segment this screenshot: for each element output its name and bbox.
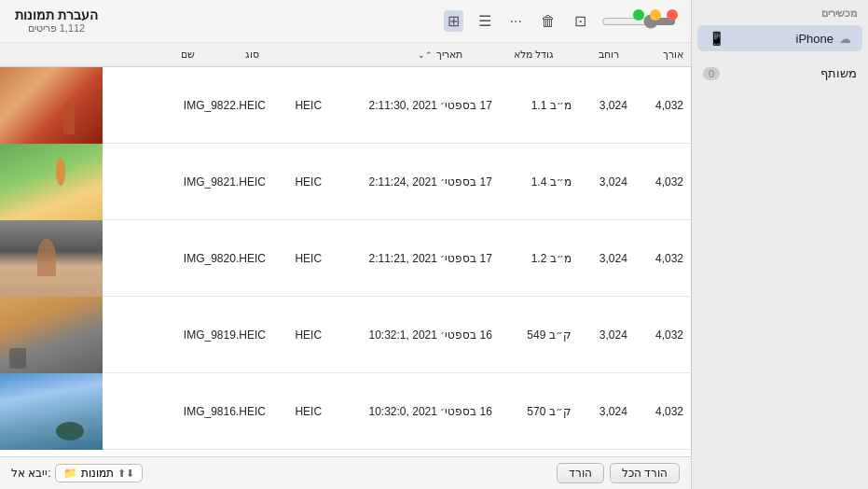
sidebar: מכשירים ☁ iPhone 📱 משותף 0 <box>691 0 868 489</box>
cell-size: מ״ב 1.2 <box>500 252 579 265</box>
photo-thumbnail <box>0 220 103 297</box>
col-header-name[interactable]: שם <box>0 47 202 63</box>
folder-icon: 📁 <box>63 467 77 480</box>
list-view-button[interactable]: ☰ <box>475 10 495 32</box>
col-header-size[interactable]: גודל מלא <box>470 47 562 63</box>
import-buttons: הורד הכל הורד <box>557 463 680 483</box>
cell-name: IMG_9821.HEIC <box>103 175 273 189</box>
shared-count-badge: 0 <box>703 67 720 80</box>
chevron-updown-icon: ⬆⬇ <box>117 468 134 480</box>
cell-date: 16 בספטי׳ 2021 ,10:32:1 <box>329 328 500 342</box>
photo-table: 4,032 3,024 מ״ב 1.1 17 בספטי׳ 2021 ,2:11… <box>0 67 691 456</box>
close-button[interactable] <box>667 9 678 21</box>
cell-type: HEIC <box>273 99 329 112</box>
cell-size: מ״ב 1.1 <box>500 99 579 112</box>
cell-name: IMG_9820.HEIC <box>103 252 273 265</box>
sidebar-item-iphone-left: ☁ iPhone <box>796 32 851 46</box>
grid-view-button[interactable]: ⊞ <box>444 10 463 32</box>
sidebar-item-iphone[interactable]: ☁ iPhone 📱 <box>697 25 862 51</box>
cell-size: ק״ב 570 <box>500 405 579 418</box>
import-button[interactable]: הורד <box>557 463 604 483</box>
col-header-type[interactable]: סוג <box>202 47 267 63</box>
sort-arrow-icon: ⌃⌄ <box>418 50 433 60</box>
toolbar: ⊡ 🗑 ··· ☰ ⊞ העברת תמונות 1,112 פריטים <box>0 0 691 43</box>
destination-value: תמונות <box>81 467 114 480</box>
photo-thumbnail <box>0 297 103 373</box>
cell-size: ק״ב 549 <box>500 328 579 342</box>
col-header-date[interactable]: תאריך ⌃⌄ <box>267 47 469 63</box>
cell-width: 3,024 <box>579 99 635 112</box>
cell-date: 17 בספטי׳ 2021 ,2:11:30 <box>329 99 500 112</box>
table-row[interactable]: 4,032 3,024 מ״ב 1.2 17 בספטי׳ 2021 ,2:11… <box>0 220 691 297</box>
cell-date: 17 בספטי׳ 2021 ,2:11:24 <box>329 175 500 189</box>
sidebar-item-shared[interactable]: משותף 0 <box>692 61 868 86</box>
cell-height: 4,032 <box>635 99 691 112</box>
import-all-button[interactable]: הורד הכל <box>610 463 680 483</box>
cell-width: 3,024 <box>579 175 635 189</box>
delete-button[interactable]: 🗑 <box>537 11 559 32</box>
photo-thumbnail <box>0 144 103 220</box>
cell-height: 4,032 <box>635 175 691 189</box>
window-controls <box>633 9 678 21</box>
cell-date: 16 בספטי׳ 2021 ,10:32:0 <box>329 405 500 418</box>
cell-name: IMG_9816.HEIC <box>103 405 273 418</box>
cell-width: 3,024 <box>579 328 635 342</box>
shared-label: משותף <box>820 66 857 80</box>
destination-select[interactable]: 📁 תמונות ⬆⬇ <box>55 464 143 482</box>
cell-name: IMG_9819.HEIC <box>103 328 273 342</box>
column-headers: אורך רוחב גודל מלא תאריך ⌃⌄ סוג שם <box>0 43 691 67</box>
table-row[interactable]: 4,032 3,024 ק״ב 549 16 בספטי׳ 2021 ,10:3… <box>0 297 691 373</box>
cell-type: HEIC <box>273 405 329 418</box>
cell-date: 17 בספטי׳ 2021 ,2:11:21 <box>329 252 500 265</box>
cell-type: HEIC <box>273 175 329 189</box>
window-subtitle: 1,112 פריטים <box>15 22 98 35</box>
cell-type: HEIC <box>273 328 329 342</box>
col-header-height[interactable]: אורך <box>627 47 691 63</box>
sidebar-section-shared: משותף 0 <box>692 61 868 86</box>
sidebar-section-label: מכשירים <box>692 0 868 23</box>
cell-name: IMG_9822.HEIC <box>103 99 273 112</box>
iphone-device-icon: 📱 <box>709 31 724 46</box>
cell-width: 3,024 <box>579 405 635 418</box>
bottom-bar: הורד הכל הורד ייבא אל: 📁 תמונות ⬆⬇ <box>0 456 691 489</box>
cell-width: 3,024 <box>579 252 635 265</box>
maximize-button[interactable] <box>633 9 644 21</box>
iphone-label: iPhone <box>796 32 834 46</box>
destination-label: ייבא אל: <box>11 467 51 480</box>
table-row[interactable]: 4,032 3,024 ק״ב 570 16 בספטי׳ 2021 ,10:3… <box>0 373 691 450</box>
cell-type: HEIC <box>273 252 329 265</box>
minimize-button[interactable] <box>650 9 661 21</box>
table-row[interactable]: 4,032 3,024 מ״ב 1.4 17 בספטי׳ 2021 ,2:11… <box>0 144 691 220</box>
destination-box: ייבא אל: 📁 תמונות ⬆⬇ <box>11 464 143 482</box>
cell-height: 4,032 <box>635 405 691 418</box>
cell-height: 4,032 <box>635 328 691 342</box>
copy-button[interactable]: ⊡ <box>571 10 590 32</box>
main-content: ⊡ 🗑 ··· ☰ ⊞ העברת תמונות 1,112 פריטים או… <box>0 0 691 489</box>
photo-thumbnail <box>0 67 103 144</box>
destination-area: ייבא אל: 📁 תמונות ⬆⬇ <box>11 464 143 482</box>
window-title: העברת תמונות <box>15 7 98 22</box>
col-header-width[interactable]: רוחב <box>562 47 627 63</box>
cell-size: מ״ב 1.4 <box>500 175 579 189</box>
toolbar-title: העברת תמונות 1,112 פריטים <box>15 7 98 35</box>
more-button[interactable]: ··· <box>506 11 526 32</box>
photo-thumbnail <box>0 373 103 450</box>
table-row[interactable]: 4,032 3,024 מ״ב 1.1 17 בספטי׳ 2021 ,2:11… <box>0 67 691 144</box>
cloud-icon: ☁ <box>839 32 851 46</box>
cell-height: 4,032 <box>635 252 691 265</box>
